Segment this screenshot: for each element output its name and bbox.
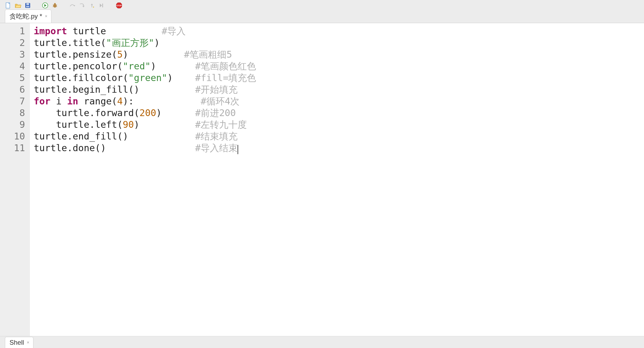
token-comment: #开始填充 bbox=[195, 84, 238, 95]
token-str: "green" bbox=[128, 72, 167, 83]
new-file-icon bbox=[5, 2, 11, 8]
step-out-button[interactable] bbox=[89, 2, 95, 9]
token-str: "red" bbox=[123, 61, 151, 72]
editor-tab-label: 贪吃蛇.py * bbox=[10, 12, 42, 21]
token-comment: #左转九十度 bbox=[195, 119, 247, 130]
new-file-button[interactable] bbox=[5, 2, 11, 9]
shell-tab[interactable]: Shell × bbox=[5, 337, 33, 348]
line-number: 8 bbox=[0, 107, 30, 119]
token-ident: turtle.done() bbox=[34, 142, 195, 153]
code-line[interactable]: turtle.begin_fill() #开始填充 bbox=[34, 84, 644, 95]
token-str: "画正方形" bbox=[106, 37, 154, 48]
close-icon[interactable]: × bbox=[27, 340, 29, 345]
bottom-tabbar: Shell × bbox=[0, 336, 644, 348]
token-comment: #笔画粗细5 bbox=[184, 49, 232, 60]
token-num: 90 bbox=[123, 119, 134, 130]
token-ident: turtle.left( bbox=[34, 119, 123, 130]
resume-button[interactable] bbox=[98, 2, 105, 9]
svg-rect-4 bbox=[26, 6, 29, 7]
token-ident: turtle.begin_fill() bbox=[34, 84, 195, 95]
token-ident: ) bbox=[167, 72, 195, 83]
svg-marker-14 bbox=[82, 6, 85, 7]
step-out-icon bbox=[89, 2, 95, 8]
line-number: 5 bbox=[0, 72, 30, 84]
token-num: 200 bbox=[139, 107, 156, 118]
code-line[interactable]: turtle.forward(200) #前进200 bbox=[34, 107, 644, 119]
svg-rect-18 bbox=[102, 4, 103, 7]
app-root: STOP 贪吃蛇.py * × 1234567891011 import tur… bbox=[0, 0, 644, 348]
line-number: 6 bbox=[0, 84, 30, 95]
svg-text:STOP: STOP bbox=[117, 5, 122, 7]
toolbar: STOP bbox=[0, 0, 644, 11]
token-comment: #前进200 bbox=[195, 107, 236, 118]
line-number: 10 bbox=[0, 130, 30, 142]
line-number: 7 bbox=[0, 95, 30, 107]
token-comment: #导入 bbox=[162, 26, 186, 36]
resume-icon bbox=[99, 2, 105, 8]
code-line[interactable]: turtle.title("画正方形") bbox=[34, 37, 644, 49]
save-file-button[interactable] bbox=[24, 2, 31, 9]
token-ident: ): bbox=[123, 96, 201, 107]
shell-tab-label: Shell bbox=[10, 339, 24, 346]
token-ident: turtle.end_fill() bbox=[34, 131, 195, 142]
code-line[interactable]: turtle.done() #导入结束 bbox=[34, 142, 644, 154]
step-into-button[interactable] bbox=[79, 2, 85, 9]
line-number-gutter: 1234567891011 bbox=[0, 23, 30, 336]
close-icon[interactable]: × bbox=[45, 14, 47, 18]
token-ident: turtle.pensize( bbox=[34, 49, 117, 60]
code-editor[interactable]: 1234567891011 import turtle #导入turtle.ti… bbox=[0, 23, 644, 336]
svg-marker-13 bbox=[73, 5, 75, 6]
line-number: 4 bbox=[0, 60, 30, 72]
editor-tabbar: 贪吃蛇.py * × bbox=[0, 11, 644, 23]
code-line[interactable]: turtle.pensize(5) #笔画粗细5 bbox=[34, 49, 644, 60]
line-number: 3 bbox=[0, 49, 30, 60]
token-num: 5 bbox=[117, 49, 123, 60]
token-ident: range( bbox=[78, 96, 117, 107]
token-ident: ) bbox=[123, 49, 184, 60]
token-kw: in bbox=[67, 96, 78, 107]
code-area[interactable]: import turtle #导入turtle.title("画正方形")tur… bbox=[30, 23, 644, 336]
token-comment: #结束填充 bbox=[195, 131, 238, 142]
code-line[interactable]: turtle.pencolor("red") #笔画颜色红色 bbox=[34, 60, 644, 72]
run-button[interactable] bbox=[42, 2, 48, 9]
svg-marker-15 bbox=[91, 4, 93, 5]
token-ident: turtle bbox=[67, 26, 162, 36]
code-line[interactable]: for i in range(4): #循环4次 bbox=[34, 95, 644, 107]
line-number: 9 bbox=[0, 119, 30, 130]
text-cursor bbox=[238, 145, 238, 154]
step-over-button[interactable] bbox=[69, 2, 76, 9]
token-kw: for bbox=[34, 96, 50, 107]
step-over-icon bbox=[69, 2, 75, 8]
code-line[interactable]: turtle.end_fill() #结束填充 bbox=[34, 130, 644, 142]
token-ident: i bbox=[50, 96, 67, 107]
svg-point-16 bbox=[93, 7, 94, 8]
debug-button[interactable] bbox=[52, 2, 58, 9]
token-num: 4 bbox=[117, 96, 123, 107]
save-icon bbox=[25, 2, 31, 8]
token-comment: #循环4次 bbox=[201, 96, 239, 107]
token-ident: turtle.fillcolor( bbox=[34, 72, 128, 83]
token-ident: turtle.pencolor( bbox=[34, 61, 123, 72]
line-number: 11 bbox=[0, 142, 30, 154]
code-line[interactable]: turtle.fillcolor("green") #fill=填充色 bbox=[34, 72, 644, 84]
svg-marker-17 bbox=[100, 4, 102, 7]
token-ident: turtle.forward( bbox=[34, 107, 139, 118]
stop-button[interactable]: STOP bbox=[116, 2, 122, 9]
token-ident: ) bbox=[151, 61, 195, 72]
open-folder-icon bbox=[15, 2, 21, 8]
token-ident: ) bbox=[156, 107, 195, 118]
step-into-icon bbox=[79, 2, 85, 8]
stop-icon: STOP bbox=[116, 2, 122, 9]
token-ident: ) bbox=[154, 37, 160, 48]
run-icon bbox=[42, 2, 48, 8]
open-file-button[interactable] bbox=[15, 2, 21, 9]
svg-point-8 bbox=[54, 3, 56, 5]
token-ident: turtle.title( bbox=[34, 37, 106, 48]
code-line[interactable]: turtle.left(90) #左转九十度 bbox=[34, 119, 644, 130]
debug-icon bbox=[52, 2, 58, 8]
svg-rect-3 bbox=[26, 3, 29, 5]
token-ident: ) bbox=[134, 119, 195, 130]
code-line[interactable]: import turtle #导入 bbox=[34, 25, 644, 37]
editor-tab[interactable]: 贪吃蛇.py * × bbox=[5, 10, 51, 23]
line-number: 2 bbox=[0, 37, 30, 49]
